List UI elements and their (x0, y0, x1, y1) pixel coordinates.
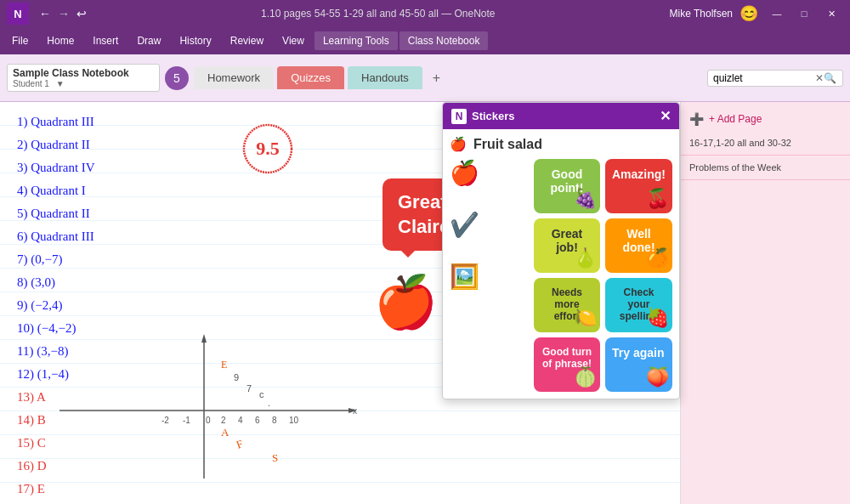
sticker-fruit-icon: 🍇 (574, 188, 597, 210)
sticker-fruit-icon: 🍑 (646, 366, 669, 388)
titlebar-right: Mike Tholfsen 😊 — □ ✕ (670, 4, 843, 23)
stickers-logo: N (451, 109, 467, 124)
svg-text:6: 6 (255, 416, 260, 425)
maximize-btn[interactable]: □ (792, 4, 816, 23)
svg-text:-1: -1 (183, 416, 190, 425)
svg-text:8: 8 (272, 416, 277, 425)
sticker-fruit-icon: 🍐 (574, 247, 597, 269)
search-clear-icon[interactable]: ✕ (815, 72, 824, 84)
menu-review[interactable]: Review (222, 31, 272, 50)
notebook-name: Sample Class Notebook (13, 67, 154, 79)
page-number-btn[interactable]: 5 (165, 66, 189, 90)
sticker-great-job[interactable]: Great job! 🍐 (534, 218, 600, 273)
menu-home[interactable]: Home (38, 31, 82, 50)
sticker-fruit-icon: 🍋 (574, 307, 597, 329)
svg-text:-2: -2 (162, 416, 169, 425)
svg-marker-5 (201, 334, 207, 343)
tab-add[interactable]: + (426, 67, 447, 89)
ribbon: Sample Class Notebook Student 1 ▼ 5 Home… (0, 54, 850, 102)
back-btn[interactable]: ← (39, 7, 51, 20)
search-icon: 🔍 (824, 72, 836, 84)
svg-text:c: c (259, 389, 264, 399)
svg-text:F: F (235, 437, 245, 451)
notebook-selector[interactable]: Sample Class Notebook Student 1 ▼ (7, 64, 160, 92)
add-page-btn[interactable]: ➕ + Add Page (681, 107, 850, 131)
stickers-grid: Good point! 🍇 Amazing! 🍒 Great job! 🍐 We… (534, 159, 672, 392)
add-page-label: + Add Page (709, 113, 762, 125)
menu-history[interactable]: History (171, 31, 219, 50)
menu-view[interactable]: View (274, 31, 313, 50)
left-icon-apple[interactable]: 🍎 (450, 159, 479, 187)
svg-text:2: 2 (221, 416, 226, 425)
undo-btn[interactable]: ↩ (76, 7, 87, 20)
main-area: 1) Quadrant III 2) Quadrant II 3) Quadra… (0, 102, 850, 504)
svg-text:x: x (353, 406, 357, 416)
sticker-fruit-icon: 🍈 (574, 366, 597, 388)
svg-text:7: 7 (246, 383, 252, 394)
student-label: Student 1 (13, 79, 49, 88)
svg-text:.: . (268, 398, 270, 408)
sticker-fruit-icon: 🍒 (646, 188, 669, 210)
menu-class-notebook[interactable]: Class Notebook (400, 31, 489, 50)
minimize-btn[interactable]: — (765, 4, 789, 23)
stickers-category: 🍎 Fruit salad (450, 136, 672, 152)
svg-text:9: 9 (234, 372, 239, 382)
titlebar-title: 1.10 pages 54-55 1-29 all and 45-50 all … (87, 8, 670, 20)
svg-text:0: 0 (206, 416, 211, 425)
sticker-left-icons: 🍎 ✔️ 🖼️ (450, 159, 479, 392)
tab-handouts[interactable]: Handouts (348, 66, 422, 89)
onenote-logo: N (7, 3, 29, 25)
left-icon-frame[interactable]: 🖼️ (450, 263, 479, 291)
sticker-well-done[interactable]: Well done! 🍊 (605, 218, 672, 273)
menubar: File Home Insert Draw History Review Vie… (0, 27, 850, 54)
menu-learning-tools[interactable]: Learning Tools (314, 31, 398, 50)
menu-insert[interactable]: Insert (84, 31, 127, 50)
pages-panel: ➕ + Add Page 16-17,1-20 all and 30-32 Pr… (680, 102, 850, 504)
stickers-header: N Stickers ✕ (443, 103, 679, 129)
user-name: Mike Tholfsen (670, 8, 733, 20)
page-item-1[interactable]: 16-17,1-20 all and 30-32 (681, 131, 850, 156)
smiley-icon: 😊 (740, 4, 758, 23)
sticker-check-spelling[interactable]: Check your spelling 🍓 (605, 278, 672, 332)
sticker-try-again[interactable]: Try again 🍑 (605, 337, 672, 392)
sticker-label: Try again (612, 346, 664, 360)
stickers-title: Stickers (472, 110, 515, 122)
stickers-panel: N Stickers ✕ 🍎 Fruit salad 🍎 ✔️ 🖼️ Good (442, 102, 680, 399)
search-box: ✕ 🔍 (707, 70, 843, 87)
sticker-fruit-icon: 🍊 (646, 247, 669, 269)
svg-text:10: 10 (289, 416, 299, 425)
search-input[interactable] (713, 72, 815, 84)
titlebar-left: N ← → ↩ (7, 3, 87, 25)
tab-homework[interactable]: Homework (194, 66, 274, 89)
titlebar: N ← → ↩ 1.10 pages 54-55 1-29 all and 45… (0, 0, 850, 27)
sticker-good-turn[interactable]: Good turn of phrase! 🍈 (534, 337, 600, 392)
sticker-needs-effort[interactable]: Needs more effort 🍋 (534, 278, 600, 332)
menu-file[interactable]: File (3, 31, 37, 50)
close-btn[interactable]: ✕ (819, 4, 843, 23)
category-emoji: 🍎 (450, 136, 467, 152)
stickers-body: 🍎 Fruit salad 🍎 ✔️ 🖼️ Good point! 🍇 Ama (443, 129, 679, 399)
window-controls: — □ ✕ (765, 4, 843, 23)
tab-quizzes[interactable]: Quizzes (277, 66, 344, 89)
svg-text:4: 4 (238, 416, 243, 425)
sticker-label: Amazing! (612, 167, 666, 181)
notebook-dropdown-icon: ▼ (56, 79, 65, 88)
svg-text:A: A (221, 426, 230, 439)
coordinate-chart: x E 9 7 c . -2 -1 0 2 4 6 8 10 F A S (51, 334, 357, 487)
category-label: Fruit salad (473, 137, 542, 152)
svg-text:9.5: 9.5 (256, 138, 280, 159)
svg-text:S: S (272, 451, 278, 464)
tabs-area: Homework Quizzes Handouts + (194, 66, 702, 89)
menu-draw[interactable]: Draw (128, 31, 169, 50)
stickers-close-btn[interactable]: ✕ (660, 108, 671, 124)
svg-text:E: E (221, 359, 227, 371)
sticker-good-point[interactable]: Good point! 🍇 (534, 159, 600, 213)
apple-sticker-page: 🍎 (374, 272, 438, 332)
sticker-amazing[interactable]: Amazing! 🍒 (605, 159, 672, 213)
forward-btn[interactable]: → (58, 7, 70, 20)
sticker-fruit-icon: 🍓 (646, 307, 669, 329)
left-icon-check[interactable]: ✔️ (450, 211, 479, 239)
score-circle: 9.5 (238, 119, 298, 178)
add-page-icon: ➕ (689, 112, 704, 126)
page-item-2[interactable]: Problems of the Week (681, 156, 850, 180)
